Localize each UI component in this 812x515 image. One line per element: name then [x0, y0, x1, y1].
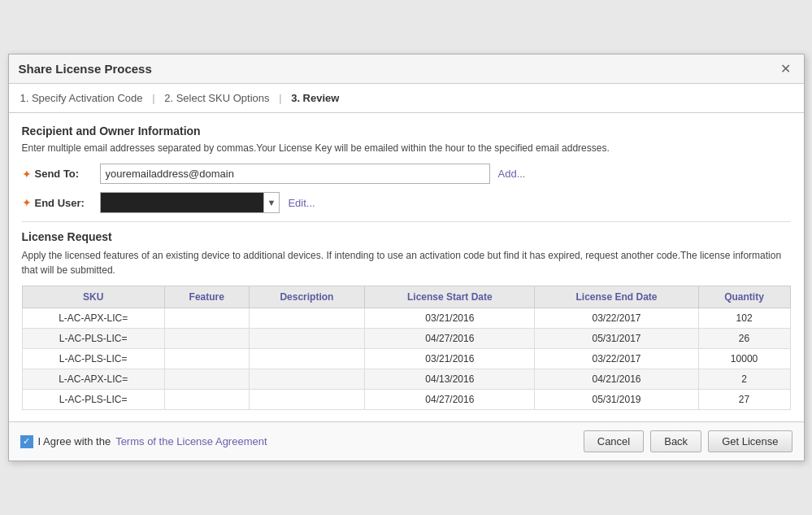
- end-user-label: End User:: [35, 197, 100, 209]
- col-header-sku: SKU: [22, 286, 164, 308]
- dialog-title-bar: Share License Process ✕: [9, 55, 804, 84]
- dialog-footer: ✓ I Agree with the Terms of the License …: [9, 421, 804, 460]
- license-table-body: L-AC-APX-LIC=03/21/201603/22/2017102L-AC…: [22, 308, 790, 410]
- step1-label: 1. Specify Activation Code: [20, 92, 143, 104]
- cell-description: [249, 390, 365, 410]
- col-header-start-date: License Start Date: [365, 286, 535, 308]
- end-user-row: ✦ End User: ▼ Edit...: [22, 192, 791, 213]
- cell-start_date: 04/13/2016: [365, 369, 535, 390]
- cell-end_date: 05/31/2019: [535, 390, 698, 410]
- cell-end_date: 05/31/2017: [535, 329, 698, 349]
- footer-buttons: Cancel Back Get License: [584, 430, 792, 452]
- table-row: L-AC-PLS-LIC=04/27/201605/31/201726: [22, 329, 790, 349]
- cell-quantity: 27: [698, 390, 790, 410]
- agree-text: I Agree with the: [38, 435, 111, 447]
- license-table: SKU Feature Description License Start Da…: [22, 286, 791, 410]
- table-row: L-AC-PLS-LIC=04/27/201605/31/201927: [22, 390, 790, 410]
- cell-description: [249, 329, 365, 349]
- cell-quantity: 2: [698, 369, 790, 390]
- cell-end_date: 03/22/2017: [535, 308, 698, 329]
- col-header-feature: Feature: [164, 286, 249, 308]
- cell-feature: [164, 369, 249, 390]
- cell-start_date: 03/21/2016: [365, 308, 535, 329]
- edit-link[interactable]: Edit...: [288, 197, 315, 209]
- cell-feature: [164, 349, 249, 369]
- close-button[interactable]: ✕: [777, 61, 794, 76]
- step3-label: 3. Review: [291, 92, 339, 104]
- table-header-row: SKU Feature Description License Start Da…: [22, 286, 790, 308]
- share-license-dialog: Share License Process ✕ 1. Specify Activ…: [8, 54, 805, 461]
- recipient-section-title: Recipient and Owner Information: [22, 124, 791, 137]
- cell-end_date: 03/22/2017: [535, 349, 698, 369]
- cell-description: [249, 349, 365, 369]
- send-to-star: ✦: [22, 168, 32, 181]
- col-header-quantity: Quantity: [698, 286, 790, 308]
- cell-description: [249, 308, 365, 329]
- back-button[interactable]: Back: [650, 430, 701, 452]
- cell-end_date: 04/21/2016: [535, 369, 698, 390]
- cell-description: [249, 369, 365, 390]
- section-divider: [22, 221, 791, 222]
- end-user-select-wrapper[interactable]: ▼: [100, 192, 280, 213]
- col-header-description: Description: [249, 286, 365, 308]
- agree-checkbox[interactable]: ✓: [20, 435, 33, 448]
- cell-start_date: 04/27/2016: [365, 390, 535, 410]
- cell-feature: [164, 329, 249, 349]
- add-link[interactable]: Add...: [498, 168, 526, 180]
- recipient-section-desc: Enter multiple email addresses separated…: [22, 142, 791, 154]
- cell-quantity: 102: [698, 308, 790, 329]
- cell-quantity: 26: [698, 329, 790, 349]
- table-row: L-AC-PLS-LIC=03/21/201603/22/201710000: [22, 349, 790, 369]
- cell-sku: L-AC-APX-LIC=: [22, 369, 164, 390]
- cell-feature: [164, 390, 249, 410]
- cell-start_date: 03/21/2016: [365, 349, 535, 369]
- license-section-title: License Request: [22, 230, 791, 243]
- dropdown-arrow-icon: ▼: [263, 193, 280, 212]
- license-section: License Request Apply the licensed featu…: [22, 230, 791, 410]
- license-section-desc: Apply the licensed features of an existi…: [22, 248, 791, 277]
- table-row: L-AC-APX-LIC=04/13/201604/21/20162: [22, 369, 790, 390]
- steps-bar: 1. Specify Activation Code | 2. Select S…: [9, 84, 804, 113]
- cell-sku: L-AC-PLS-LIC=: [22, 390, 164, 410]
- cell-start_date: 04/27/2016: [365, 329, 535, 349]
- terms-link[interactable]: Terms of the License Agreement: [115, 435, 267, 447]
- cell-sku: L-AC-PLS-LIC=: [22, 329, 164, 349]
- license-table-header: SKU Feature Description License Start Da…: [22, 286, 790, 308]
- dialog-title: Share License Process: [19, 62, 152, 76]
- cell-quantity: 10000: [698, 349, 790, 369]
- end-user-star: ✦: [22, 196, 32, 209]
- cell-feature: [164, 308, 249, 329]
- send-to-input[interactable]: [100, 164, 490, 184]
- recipient-section: Recipient and Owner Information Enter mu…: [22, 124, 791, 213]
- cancel-button[interactable]: Cancel: [584, 430, 644, 452]
- end-user-redacted: [101, 193, 263, 212]
- sep2: |: [279, 92, 281, 104]
- send-to-label: Send To:: [35, 168, 100, 180]
- send-to-row: ✦ Send To: Add...: [22, 164, 791, 184]
- dialog-body: Recipient and Owner Information Enter mu…: [9, 113, 804, 421]
- get-license-button[interactable]: Get License: [708, 430, 792, 452]
- footer-left: ✓ I Agree with the Terms of the License …: [20, 435, 267, 448]
- cell-sku: L-AC-APX-LIC=: [22, 308, 164, 329]
- sep1: |: [152, 92, 154, 104]
- table-row: L-AC-APX-LIC=03/21/201603/22/2017102: [22, 308, 790, 329]
- cell-sku: L-AC-PLS-LIC=: [22, 349, 164, 369]
- col-header-end-date: License End Date: [535, 286, 698, 308]
- step2-label: 2. Select SKU Options: [164, 92, 269, 104]
